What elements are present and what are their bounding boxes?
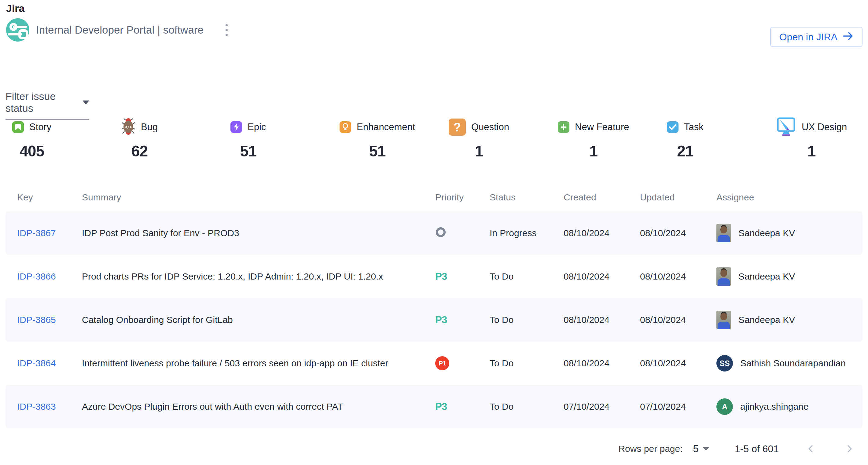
- task-icon: [667, 121, 679, 133]
- counter-label: Story: [29, 122, 51, 133]
- issue-created: 08/10/2024: [564, 271, 640, 282]
- column-header-updated: Updated: [640, 192, 716, 203]
- counter-label: Task: [684, 122, 704, 133]
- issue-status: In Progress: [490, 228, 564, 238]
- project-header: Internal Developer Portal | software: [6, 17, 231, 43]
- svg-text:</>: </>: [125, 125, 132, 129]
- arrow-right-icon: [843, 31, 853, 43]
- counter-count: 1: [589, 142, 597, 160]
- epic-icon: [230, 121, 242, 133]
- story-icon: [12, 121, 24, 133]
- counter-bug: </> Bug 62: [121, 117, 230, 160]
- assignee-name: Sathish Soundarapandian: [740, 358, 846, 368]
- rows-per-page-select[interactable]: 5: [693, 443, 709, 455]
- column-header-created: Created: [564, 192, 640, 203]
- column-header-priority: Priority: [435, 192, 490, 203]
- issue-updated: 08/10/2024: [640, 228, 716, 238]
- issue-status: To Do: [490, 315, 564, 325]
- pagination-range: 1-5 of 601: [735, 443, 779, 455]
- counter-count: 51: [240, 142, 256, 160]
- counter-question: ? Question 1: [449, 117, 558, 160]
- counter-story: Story 405: [12, 117, 121, 160]
- issue-created: 08/10/2024: [564, 358, 640, 368]
- counter-label: Epic: [248, 122, 266, 133]
- column-header-summary: Summary: [82, 192, 435, 203]
- filter-issue-status-select[interactable]: Filter issue status: [5, 91, 89, 120]
- counter-label: Question: [471, 122, 509, 133]
- counter-task: Task 21: [667, 117, 776, 160]
- priority-icon: [436, 227, 445, 237]
- issue-updated: 08/10/2024: [640, 315, 716, 325]
- table-row: IDP-3866 Prod charts PRs for IDP Service…: [5, 255, 863, 298]
- new-feature-icon: [558, 121, 569, 133]
- issue-summary: IDP Post Prod Sanity for Env - PROD3: [82, 228, 435, 238]
- issue-key-link[interactable]: IDP-3863: [17, 401, 56, 411]
- avatar: [716, 267, 731, 286]
- avatar: [716, 224, 731, 242]
- assignee-name: Sandeepa KV: [738, 271, 795, 282]
- next-page-button[interactable]: [843, 442, 856, 455]
- issue-key-link[interactable]: IDP-3867: [17, 228, 56, 238]
- issue-summary: Intermittent liveness probe failure / 50…: [82, 358, 435, 368]
- page-title: Jira: [6, 2, 25, 14]
- priority-icon: P1: [435, 356, 449, 370]
- issue-created: 07/10/2024: [564, 401, 640, 412]
- chevron-down-icon: [703, 447, 709, 451]
- avatar: SS: [716, 355, 733, 371]
- issue-key-link[interactable]: IDP-3864: [17, 358, 56, 368]
- priority-icon: P3: [435, 271, 447, 282]
- issue-updated: 08/10/2024: [640, 271, 716, 282]
- open-in-jira-label: Open in JIRA: [779, 31, 837, 43]
- jira-plugin-page: Jira Internal Developer Portal | softwar…: [0, 0, 868, 465]
- issue-status: To Do: [490, 358, 564, 368]
- issue-summary: Prod charts PRs for IDP Service: 1.20.x,…: [82, 271, 435, 282]
- priority-icon: P3: [435, 401, 447, 412]
- table-row: IDP-3864 Intermittent liveness probe fai…: [5, 341, 863, 385]
- counter-enhancement: Enhancement 51: [340, 117, 449, 160]
- counter-new-feature: New Feature 1: [558, 117, 667, 160]
- counter-count: 1: [475, 142, 483, 160]
- column-header-status: Status: [490, 192, 564, 203]
- issue-updated: 07/10/2024: [640, 401, 716, 412]
- column-header-key: Key: [17, 192, 82, 203]
- counter-label: Enhancement: [357, 122, 415, 133]
- issue-summary: Azure DevOps Plugin Errors out with Auth…: [82, 401, 435, 412]
- counter-count: 62: [131, 142, 148, 160]
- issue-updated: 08/10/2024: [640, 358, 716, 368]
- open-in-jira-button[interactable]: Open in JIRA: [770, 27, 863, 47]
- rows-per-page-value: 5: [693, 443, 699, 455]
- project-logo-icon: [6, 18, 29, 41]
- avatar: A: [716, 398, 733, 415]
- pagination: Rows per page: 5 1-5 of 601: [618, 442, 856, 455]
- counter-count: 1: [807, 142, 816, 160]
- enhancement-icon: [340, 121, 351, 133]
- ux-design-icon: [776, 117, 796, 137]
- counter-label: Bug: [141, 122, 158, 133]
- table-row: IDP-3867 IDP Post Prod Sanity for Env - …: [5, 211, 863, 255]
- counter-label: New Feature: [575, 122, 629, 133]
- issue-key-link[interactable]: IDP-3866: [17, 271, 56, 281]
- previous-page-button[interactable]: [804, 442, 817, 455]
- priority-icon: P3: [435, 314, 447, 325]
- project-title: Internal Developer Portal | software: [36, 24, 204, 36]
- issue-summary: Catalog Onboarding Script for GitLab: [82, 315, 435, 325]
- question-icon: ?: [449, 119, 466, 136]
- counter-ux-design: UX Design 1: [776, 117, 868, 160]
- bug-icon: </>: [121, 118, 135, 137]
- counter-count: 405: [20, 142, 44, 160]
- counter-label: UX Design: [802, 122, 847, 133]
- table-row: IDP-3865 Catalog Onboarding Script for G…: [5, 298, 863, 341]
- chevron-down-icon: [83, 101, 89, 104]
- table-header-row: Key Summary Priority Status Created Upda…: [5, 183, 863, 211]
- issue-created: 08/10/2024: [564, 315, 640, 325]
- issue-status: To Do: [490, 271, 564, 282]
- assignee-name: Sandeepa KV: [738, 228, 795, 238]
- table-row: IDP-3863 Azure DevOps Plugin Errors out …: [5, 385, 863, 428]
- issue-status: To Do: [490, 401, 564, 412]
- assignee-name: ajinkya.shingane: [740, 401, 809, 412]
- issue-key-link[interactable]: IDP-3865: [17, 315, 56, 325]
- issues-table: Key Summary Priority Status Created Upda…: [5, 183, 863, 428]
- counter-count: 51: [369, 142, 386, 160]
- kebab-menu-icon[interactable]: [222, 21, 231, 39]
- counter-count: 21: [677, 142, 693, 160]
